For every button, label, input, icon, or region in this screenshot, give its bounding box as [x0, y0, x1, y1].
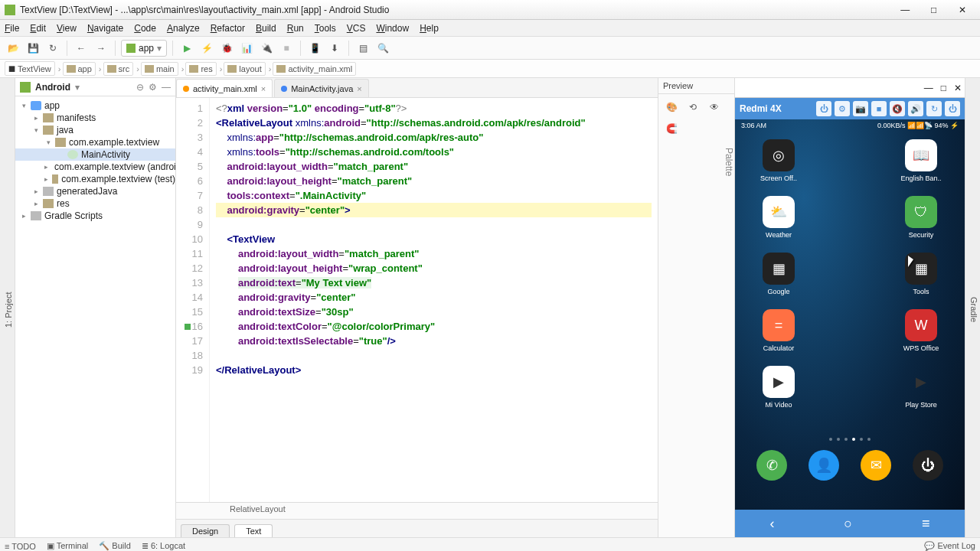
- menu-window[interactable]: Window: [376, 23, 409, 34]
- breadcrumb-item[interactable]: app: [63, 62, 96, 76]
- project-tree[interactable]: ▾app▸manifests▾java▾com.example.textview…: [15, 96, 175, 537]
- refresh-icon[interactable]: ↻: [926, 101, 942, 116]
- breadcrumb-item[interactable]: ◼ TextView: [5, 61, 55, 76]
- code-editor[interactable]: 12345678910111213141516171819 <?xml vers…: [176, 98, 658, 502]
- breadcrumb-item[interactable]: activity_main.xml: [273, 62, 356, 76]
- dock-app[interactable]: 👤: [808, 450, 839, 481]
- power2-icon[interactable]: ⏻: [945, 101, 960, 116]
- app-google[interactable]: ▦Google: [746, 253, 812, 295]
- eventlog-tab[interactable]: 💬 Event Log: [924, 541, 975, 551]
- text-tab[interactable]: Text: [234, 524, 273, 537]
- app-wpsoffice[interactable]: WWPS Office: [888, 309, 954, 352]
- app-englishban[interactable]: 📖English Ban..: [888, 139, 954, 182]
- breadcrumb-item[interactable]: layout: [224, 62, 265, 76]
- menu-refactor[interactable]: Refactor: [211, 23, 245, 34]
- apply-changes-button[interactable]: ⚡: [198, 40, 215, 57]
- left-tab[interactable]: 1: Project: [2, 83, 15, 537]
- minimize-button[interactable]: —: [892, 5, 918, 15]
- close-icon[interactable]: ×: [357, 84, 361, 93]
- profiler-button[interactable]: 📊: [238, 40, 255, 57]
- menu-file[interactable]: File: [5, 23, 19, 34]
- project-view-selector[interactable]: Android: [35, 82, 70, 93]
- eye-icon[interactable]: 👁: [706, 99, 723, 116]
- close-icon[interactable]: ×: [261, 84, 266, 93]
- volume-icon[interactable]: 🔊: [908, 101, 923, 116]
- emulator-maximize[interactable]: □: [941, 83, 946, 93]
- rotate-icon[interactable]: ⟲: [684, 99, 701, 116]
- emulator-close[interactable]: ✕: [954, 83, 962, 93]
- app-screenoff[interactable]: ◎Screen Off..: [746, 139, 812, 182]
- menu-help[interactable]: Help: [420, 23, 439, 34]
- menu-view[interactable]: View: [57, 23, 77, 34]
- search-icon[interactable]: 🔍: [374, 40, 391, 57]
- tree-node[interactable]: ▾java: [15, 124, 175, 136]
- terminal-tab[interactable]: ▣ Terminal: [47, 541, 88, 551]
- app-weather[interactable]: ⛅Weather: [746, 196, 812, 239]
- run-button[interactable]: ▶: [178, 40, 195, 57]
- close-button[interactable]: ✕: [949, 5, 975, 15]
- breadcrumb-item[interactable]: res: [185, 62, 216, 76]
- build-tab[interactable]: 🔨 Build: [99, 541, 131, 551]
- back-icon[interactable]: ←: [73, 40, 90, 57]
- tree-node[interactable]: ▾com.example.textview: [15, 136, 175, 148]
- tree-node[interactable]: ▾app: [15, 99, 175, 112]
- app-mivideo[interactable]: ▶Mi Video: [746, 366, 812, 409]
- palette-icon[interactable]: 🎨: [663, 99, 680, 116]
- app-tools[interactable]: ▦Tools: [888, 253, 954, 295]
- app-playstore[interactable]: ▶Play Store: [888, 366, 954, 409]
- code-content[interactable]: <?xml version="1.0" encoding="utf-8"?><R…: [210, 98, 658, 502]
- collapse-icon[interactable]: ⊖: [136, 82, 144, 93]
- logcat-tab[interactable]: ≣ 6: Logcat: [142, 541, 185, 551]
- design-tab[interactable]: Design: [181, 524, 230, 537]
- menu-edit[interactable]: Edit: [30, 23, 46, 34]
- maximize-button[interactable]: □: [921, 5, 947, 15]
- app-calculator[interactable]: =Calculator: [746, 309, 812, 352]
- tree-node[interactable]: MainActivity: [15, 148, 175, 161]
- magnet-icon[interactable]: 🧲: [663, 120, 680, 137]
- breadcrumb-item[interactable]: src: [103, 62, 134, 76]
- tree-node[interactable]: ▸manifests: [15, 112, 175, 124]
- gear-icon[interactable]: ⚙: [835, 101, 850, 116]
- menu-run[interactable]: Run: [287, 23, 304, 34]
- mute-icon[interactable]: 🔇: [890, 101, 905, 116]
- sdk-button[interactable]: ⬇: [326, 40, 343, 57]
- avd-button[interactable]: 📱: [306, 40, 323, 57]
- tree-node[interactable]: ▸generatedJava: [15, 185, 175, 197]
- structure-button[interactable]: ▤: [354, 40, 371, 57]
- tree-node[interactable]: ▸com.example.textview (test): [15, 173, 175, 185]
- dock-app[interactable]: ✆: [756, 450, 787, 481]
- editor-tab[interactable]: activity_main.xml×: [176, 79, 273, 97]
- emulator-minimize[interactable]: —: [924, 83, 933, 93]
- device-screen[interactable]: 3:06 AM 0.00KB/s 📶📶📡 94% ⚡ ◎Screen Off..…: [735, 119, 965, 510]
- todo-tab[interactable]: ≡ TODO: [5, 542, 36, 551]
- palette-label[interactable]: Palette: [724, 142, 734, 182]
- dock-app[interactable]: ✉: [861, 450, 891, 481]
- app-security[interactable]: 🛡Security: [888, 196, 954, 239]
- sync-icon[interactable]: ↻: [44, 40, 61, 57]
- tree-node[interactable]: ▸com.example.textview (androidTest): [15, 161, 175, 173]
- attach-button[interactable]: 🔌: [258, 40, 275, 57]
- dock-app[interactable]: ⏻: [913, 450, 943, 481]
- debug-button[interactable]: 🐞: [218, 40, 235, 57]
- tree-node[interactable]: ▸Gradle Scripts: [15, 210, 175, 222]
- nav-menu[interactable]: ≡: [922, 516, 930, 532]
- menu-vcs[interactable]: VCS: [347, 23, 366, 34]
- right-tab[interactable]: Gradle: [968, 83, 980, 537]
- camera-icon[interactable]: 📷: [853, 101, 868, 116]
- tree-node[interactable]: ▸res: [15, 197, 175, 210]
- menu-build[interactable]: Build: [256, 23, 276, 34]
- save-icon[interactable]: 💾: [24, 40, 41, 57]
- menu-navigate[interactable]: Navigate: [87, 23, 123, 34]
- stop-button[interactable]: ■: [278, 40, 295, 57]
- chevron-down-icon[interactable]: ▾: [75, 82, 80, 93]
- editor-tab[interactable]: MainActivity.java×: [274, 79, 369, 97]
- nav-back[interactable]: ‹: [769, 516, 774, 532]
- forward-icon[interactable]: →: [93, 40, 109, 57]
- video-icon[interactable]: ■: [871, 101, 887, 116]
- run-config-selector[interactable]: app ▾: [121, 40, 167, 57]
- power-icon[interactable]: ⏻: [816, 101, 831, 116]
- menu-tools[interactable]: Tools: [315, 23, 336, 34]
- open-icon[interactable]: 📂: [5, 40, 21, 57]
- menu-analyze[interactable]: Analyze: [167, 23, 200, 34]
- gear-icon[interactable]: ⚙: [149, 82, 157, 93]
